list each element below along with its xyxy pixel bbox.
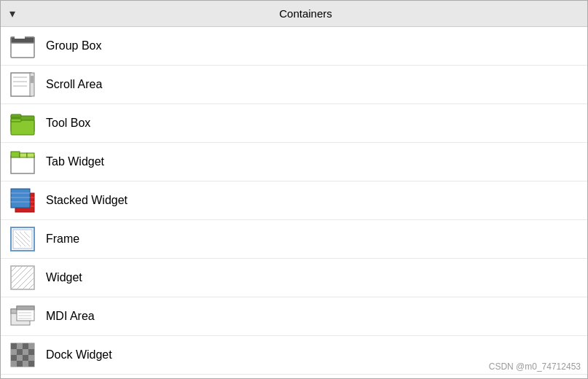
svg-rect-51 <box>28 343 34 349</box>
svg-rect-10 <box>11 114 21 117</box>
svg-rect-11 <box>11 120 34 135</box>
widget-icon <box>8 263 37 292</box>
svg-rect-43 <box>17 306 34 310</box>
group-box-icon <box>8 31 37 60</box>
list-item-group-box[interactable]: Group Box <box>1 27 587 66</box>
dock-widget-label: Dock Widget <box>46 348 112 362</box>
list-item-frame[interactable]: Frame <box>1 220 587 259</box>
svg-rect-59 <box>28 355 34 361</box>
frame-label: Frame <box>46 233 79 246</box>
list-item-tab-widget[interactable]: Tab Widget <box>1 143 587 181</box>
tab-widget-label: Tab Widget <box>46 155 104 168</box>
svg-rect-49 <box>17 343 23 349</box>
svg-rect-56 <box>11 355 17 361</box>
svg-rect-21 <box>11 189 30 208</box>
svg-rect-54 <box>23 349 28 355</box>
scroll-area-label: Scroll Area <box>46 78 102 91</box>
svg-rect-63 <box>28 361 34 367</box>
svg-rect-57 <box>17 355 23 361</box>
list-item-widget[interactable]: Widget <box>1 259 587 297</box>
svg-rect-16 <box>27 153 34 157</box>
stacked-widget-icon <box>8 186 37 215</box>
svg-rect-3 <box>11 73 31 96</box>
svg-rect-50 <box>23 343 28 349</box>
svg-rect-15 <box>20 153 27 157</box>
svg-rect-55 <box>28 349 34 355</box>
main-window: ▾ Containers Group Box <box>0 0 588 379</box>
svg-rect-52 <box>11 349 17 355</box>
svg-rect-61 <box>17 361 23 367</box>
list-item-stacked-widget[interactable]: Stacked Widget <box>1 181 587 220</box>
window-title: Containers <box>24 7 587 20</box>
stacked-widget-label: Stacked Widget <box>46 194 128 207</box>
svg-rect-14 <box>11 152 20 157</box>
svg-rect-62 <box>23 361 28 367</box>
items-list: Group Box Scroll Area <box>1 27 587 378</box>
dock-widget-icon <box>8 340 37 370</box>
svg-rect-58 <box>23 355 28 361</box>
title-bar: ▾ Containers <box>1 1 587 27</box>
group-box-label: Group Box <box>46 39 101 52</box>
list-item-tool-box[interactable]: Tool Box <box>1 104 587 143</box>
svg-rect-12 <box>11 119 21 122</box>
tab-widget-icon <box>8 147 37 176</box>
mdi-area-icon <box>8 302 37 331</box>
widget-label: Widget <box>46 271 82 284</box>
mdi-area-label: MDI Area <box>46 310 95 323</box>
list-item-scroll-area[interactable]: Scroll Area <box>1 66 587 104</box>
svg-rect-53 <box>17 349 23 355</box>
tool-box-label: Tool Box <box>46 117 90 130</box>
svg-rect-13 <box>11 156 34 173</box>
watermark: CSDN @m0_74712453 <box>489 362 581 372</box>
svg-rect-2 <box>15 36 25 39</box>
dropdown-arrow-icon[interactable]: ▾ <box>1 7 24 20</box>
svg-rect-5 <box>31 76 34 83</box>
tool-box-icon <box>8 109 37 138</box>
svg-rect-60 <box>11 361 17 367</box>
list-item-mdi-area[interactable]: MDI Area <box>1 297 587 336</box>
scroll-area-icon <box>8 70 37 99</box>
svg-rect-48 <box>11 343 17 349</box>
frame-icon <box>8 224 37 254</box>
